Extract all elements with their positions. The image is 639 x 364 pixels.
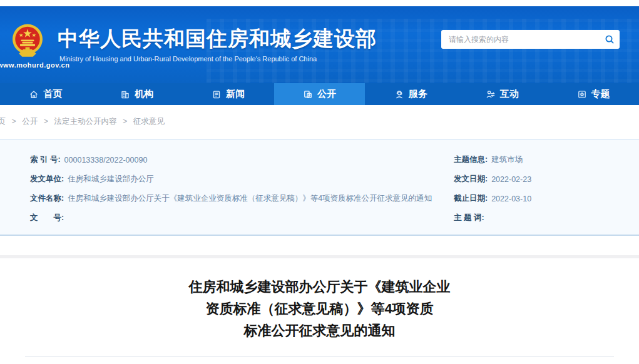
meta-label: 截止日期: (454, 193, 488, 204)
document-metadata-card: 索 引 号: 000013338/2022-00090 发文单位: 住房和城乡建… (0, 139, 639, 236)
nav-item-home[interactable]: 首页 (0, 83, 91, 105)
disclosure-icon (303, 89, 313, 99)
site-subtitle: Ministry of Housing and Urban-Rural Deve… (59, 55, 317, 63)
nav-label: 专题 (591, 88, 610, 100)
article-title: 住房和城乡建设部办公厅关于《建筑业企业 资质标准（征求意见稿）》等4项资质 标准… (0, 276, 639, 341)
meta-value: 2022-03-10 (491, 195, 531, 203)
news-icon (212, 89, 222, 99)
site-title: 中华人民共和国住房和城乡建设部 (58, 25, 377, 53)
meta-row-issue-date: 发文日期: 2022-02-23 (454, 169, 629, 189)
search-input[interactable] (441, 35, 600, 44)
meta-row-deadline-date: 截止日期: 2022-03-10 (454, 189, 629, 208)
breadcrumb-item-home[interactable]: 首页 (0, 117, 6, 126)
meta-row-keywords: 主 题 词: (454, 208, 629, 228)
site-header: www.mohurd.gov.cn 中华人民共和国住房和城乡建设部 Minist… (0, 6, 639, 83)
meta-label: 主 题 词: (454, 213, 484, 223)
breadcrumb-separator: > (123, 117, 127, 126)
meta-value: 住房和城乡建设部办公厅 (68, 174, 154, 185)
nav-item-disclosure[interactable]: 公开 (274, 83, 366, 105)
breadcrumb-separator: > (11, 117, 16, 126)
metadata-left-column: 索 引 号: 000013338/2022-00090 发文单位: 住房和城乡建… (30, 150, 437, 228)
article-title-line: 资质标准（征求意见稿）》等4项资质 (0, 298, 639, 320)
article-divider-rule (25, 356, 614, 356)
meta-value: 住房和城乡建设部办公厅关于《建筑业企业资质标准（征求意见稿）》等4项资质标准公开… (68, 193, 432, 204)
organization-icon (120, 89, 130, 99)
nav-label: 新闻 (226, 88, 245, 100)
nav-item-interaction[interactable]: 互动 (456, 83, 548, 105)
nav-label: 首页 (43, 88, 62, 100)
article-title-line: 标准公开征求意见的通知 (0, 320, 639, 341)
metadata-right-column: 主题信息: 建筑市场 发文日期: 2022-02-23 截止日期: 2022-0… (454, 150, 629, 228)
nav-label: 公开 (317, 88, 336, 100)
breadcrumb-item-statutory-content[interactable]: 法定主动公开内容 (54, 117, 117, 126)
nav-label: 机构 (135, 88, 153, 100)
meta-label: 文件名称: (30, 193, 64, 204)
breadcrumb: 首页 > 公开 > 法定主动公开内容 > 征求意见 (0, 116, 165, 127)
search-button[interactable] (600, 30, 620, 49)
nav-label: 互动 (500, 88, 519, 100)
interaction-icon (486, 89, 496, 99)
national-emblem-icon (11, 23, 44, 60)
section-divider (0, 255, 639, 258)
meta-value: 000013338/2022-00090 (64, 156, 148, 164)
meta-label: 发文单位: (30, 174, 64, 185)
nav-label: 服务 (409, 88, 427, 100)
breadcrumb-item-solicitation[interactable]: 征求意见 (133, 117, 165, 126)
meta-value: 2022-02-23 (491, 175, 531, 184)
meta-label: 发文日期: (454, 174, 488, 185)
main-nav: 首页 机构 新闻 公开 服务 (0, 83, 639, 105)
home-icon (29, 89, 39, 99)
search-box (441, 30, 620, 49)
service-icon (394, 89, 404, 99)
nav-item-service[interactable]: 服务 (365, 83, 456, 105)
nav-item-topics[interactable]: 专题 (548, 83, 639, 105)
meta-label: 索 引 号: (30, 154, 61, 165)
meta-value: 建筑市场 (491, 154, 523, 165)
article-title-line: 住房和城乡建设部办公厅关于《建筑业企业 (0, 276, 639, 298)
breadcrumb-item-disclosure[interactable]: 公开 (22, 117, 38, 126)
nav-item-organization[interactable]: 机构 (91, 83, 183, 105)
meta-row-index-number: 索 引 号: 000013338/2022-00090 (30, 150, 437, 169)
meta-row-subject-info: 主题信息: 建筑市场 (454, 150, 629, 169)
meta-row-issuing-unit: 发文单位: 住房和城乡建设部办公厅 (30, 169, 437, 189)
meta-label: 主题信息: (454, 154, 488, 165)
nav-item-news[interactable]: 新闻 (183, 83, 274, 105)
meta-row-document-number: 文 号: (30, 208, 437, 228)
meta-label: 文 号: (30, 213, 64, 223)
breadcrumb-separator: > (44, 117, 48, 126)
search-icon (605, 34, 615, 44)
topics-icon (577, 89, 587, 99)
meta-row-file-name: 文件名称: 住房和城乡建设部办公厅关于《建筑业企业资质标准（征求意见稿）》等4项… (30, 189, 437, 208)
